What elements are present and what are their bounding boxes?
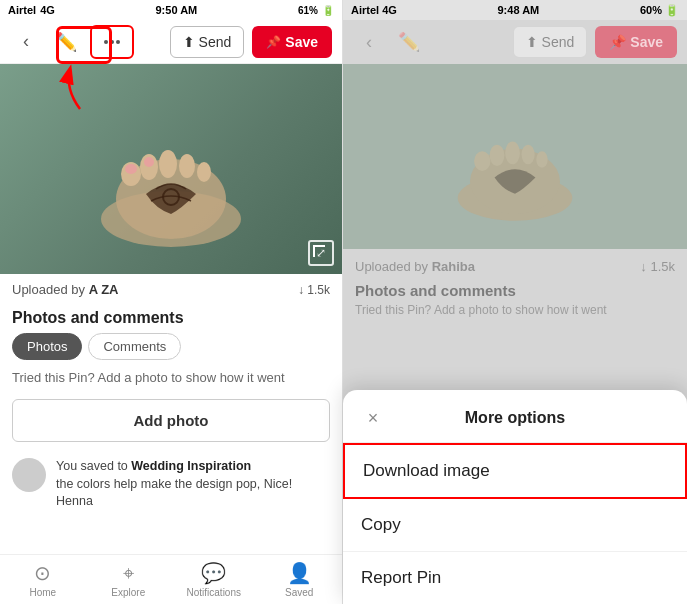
uploaded-by-row: Uploaded by A ZA ↓ 1.5k — [0, 274, 342, 305]
battery-icon: 🔋 — [322, 5, 334, 16]
save-button[interactable]: 📌 Save — [252, 26, 332, 58]
left-status-bar: Airtel 4G 9:50 AM 61% 🔋 — [0, 0, 342, 20]
svg-point-6 — [197, 162, 211, 182]
nav-home-label: Home — [29, 587, 56, 598]
right-pin-image — [343, 64, 687, 249]
left-panel: Airtel 4G 9:50 AM 61% 🔋 ‹ ✏️ ⬆ Send 📌 Sa… — [0, 0, 343, 604]
close-sheet-button[interactable]: × — [359, 404, 387, 432]
right-time: 9:48 AM — [498, 4, 540, 16]
right-panel: Airtel 4G 9:48 AM 60% 🔋 ‹ ✏️ ⬆ Send 📌 Sa… — [343, 0, 687, 604]
svg-point-15 — [505, 141, 520, 164]
network-label: 4G — [40, 4, 55, 16]
saved-icon: 👤 — [287, 561, 312, 585]
section-title: Photos and comments — [0, 305, 342, 333]
battery-label: 61% — [298, 5, 318, 16]
send-button[interactable]: ⬆ Send — [170, 26, 245, 58]
svg-point-5 — [179, 154, 195, 178]
carrier-label: Airtel — [8, 4, 36, 16]
save-label: Save — [285, 34, 318, 50]
right-section-title: Photos and comments — [355, 278, 675, 303]
more-options-sheet: × More options Download image Copy Repor… — [343, 390, 687, 604]
status-left: Airtel 4G — [8, 4, 55, 16]
sheet-header: × More options — [343, 390, 687, 443]
nav-explore-label: Explore — [111, 587, 145, 598]
right-pin-icon: 📌 — [609, 34, 626, 50]
tab-photos[interactable]: Photos — [12, 333, 82, 360]
comment-section: You saved to Wedding Inspiration the col… — [0, 448, 342, 521]
more-options-button[interactable] — [90, 25, 134, 59]
right-top-bar: ‹ ✏️ ⬆ Send 📌 Save — [343, 20, 687, 64]
sheet-title: More options — [387, 409, 643, 427]
copy-option[interactable]: Copy — [343, 499, 687, 552]
notifications-icon: 💬 — [201, 561, 226, 585]
close-icon: × — [368, 408, 379, 429]
svg-point-17 — [536, 151, 547, 167]
pin-image-container: ⤢ — [0, 64, 342, 274]
svg-point-8 — [144, 157, 154, 167]
avatar — [12, 458, 46, 492]
try-text: Tried this Pin? Add a photo to show how … — [0, 366, 342, 393]
tab-comments[interactable]: Comments — [88, 333, 181, 360]
right-send-button: ⬆ Send — [513, 26, 588, 58]
dot-1 — [104, 40, 108, 44]
downloads-count: ↓ 1.5k — [298, 283, 330, 297]
nav-home[interactable]: ⊙ Home — [0, 555, 86, 604]
comment-detail: the colors help make the design pop, Nic… — [56, 477, 292, 509]
time-label: 9:50 AM — [156, 4, 198, 16]
dot-3 — [116, 40, 120, 44]
right-henna-svg — [425, 82, 605, 232]
battery-icon-right: 🔋 — [665, 4, 679, 16]
right-uploaded-by: Uploaded by Rahiba — [355, 259, 475, 274]
send-icon: ⬆ — [183, 34, 195, 50]
right-save-label: Save — [630, 34, 663, 50]
right-send-icon: ⬆ — [526, 34, 538, 50]
pin-image — [0, 64, 342, 274]
svg-point-14 — [490, 144, 505, 165]
status-right: 61% 🔋 — [298, 5, 334, 16]
home-icon: ⊙ — [34, 561, 51, 585]
dot-2 — [110, 40, 114, 44]
right-status-bar: Airtel 4G 9:48 AM 60% 🔋 — [343, 0, 687, 20]
left-top-bar: ‹ ✏️ ⬆ Send 📌 Save — [0, 20, 342, 64]
svg-point-16 — [522, 144, 535, 164]
nav-explore[interactable]: ⌖ Explore — [86, 555, 172, 604]
download-image-option[interactable]: Download image — [343, 443, 687, 499]
uploaded-by-text: Uploaded by A ZA — [12, 282, 118, 297]
edit-button[interactable]: ✏️ — [50, 26, 82, 58]
author-name: A ZA — [89, 282, 119, 297]
henna-svg — [61, 79, 281, 259]
board-name: Wedding Inspiration — [131, 459, 251, 473]
right-send-label: Send — [542, 34, 575, 50]
right-faded-content: Uploaded by Rahiba ↓ 1.5k Photos and com… — [343, 249, 687, 323]
explore-icon: ⌖ — [123, 562, 134, 585]
right-downloads: ↓ 1.5k — [640, 259, 675, 274]
nav-notifications-label: Notifications — [187, 587, 241, 598]
comment-text: You saved to Wedding Inspiration the col… — [56, 458, 330, 511]
right-try-text: Tried this Pin? Add a photo to show how … — [355, 303, 675, 317]
nav-notifications[interactable]: 💬 Notifications — [171, 555, 257, 604]
tabs-row: Photos Comments — [0, 333, 342, 360]
send-label: Send — [199, 34, 232, 50]
back-button[interactable]: ‹ — [10, 26, 42, 58]
bottom-nav: ⊙ Home ⌖ Explore 💬 Notifications 👤 Saved — [0, 554, 342, 604]
report-pin-option[interactable]: Report Pin — [343, 552, 687, 604]
svg-point-4 — [159, 150, 177, 178]
svg-point-7 — [125, 164, 137, 174]
expand-icon[interactable]: ⤢ — [308, 240, 334, 266]
add-photo-button[interactable]: Add photo — [12, 399, 330, 442]
right-save-button: 📌 Save — [595, 26, 677, 58]
right-back-button[interactable]: ‹ — [353, 26, 385, 58]
nav-saved[interactable]: 👤 Saved — [257, 555, 343, 604]
svg-point-13 — [474, 151, 490, 171]
pin-icon: 📌 — [266, 35, 281, 49]
right-battery: 60% 🔋 — [640, 4, 679, 17]
nav-saved-label: Saved — [285, 587, 313, 598]
right-edit-button[interactable]: ✏️ — [393, 26, 425, 58]
right-carrier: Airtel 4G — [351, 4, 397, 16]
